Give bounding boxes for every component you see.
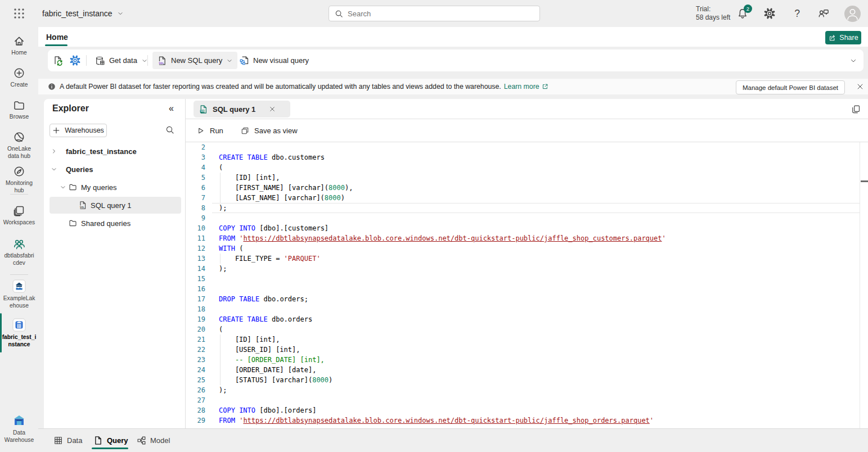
tab-close-icon[interactable] (269, 106, 276, 112)
warehouses-label: Warehouses (65, 126, 104, 134)
view-tab-model[interactable]: Model (137, 429, 170, 452)
line-number: 6 (186, 183, 205, 193)
tree-item-label: SQL query 1 (91, 201, 132, 210)
rail-item-workspaces[interactable]: Workspaces (0, 205, 38, 227)
manage-dataset-button[interactable]: Manage default Power BI dataset (736, 80, 845, 94)
tree-item-queries[interactable]: Queries (44, 160, 186, 178)
get-data-button[interactable]: Get data (91, 52, 152, 69)
ribbon-strip: Get data SQL New SQL query New visual qu… (38, 47, 868, 79)
new-visual-query-button[interactable]: New visual query (235, 52, 313, 69)
new-sql-query-button[interactable]: SQL New SQL query (152, 52, 237, 69)
run-label: Run (210, 126, 223, 135)
view-tab-data[interactable]: Data (53, 429, 82, 452)
rail-item-onelake-data-hub[interactable]: OneLakedata hub (0, 131, 38, 160)
line-number: 2 (186, 142, 205, 152)
tab-sql-query-1[interactable]: SQL SQL query 1 (194, 101, 290, 117)
notification-badge: 2 (744, 4, 752, 13)
chevron-down-icon (117, 10, 124, 17)
chevron-down-icon[interactable] (51, 166, 57, 173)
line-number: 26 (186, 385, 205, 395)
code-text (205, 213, 219, 223)
home-tab-underline (45, 44, 68, 46)
code-line-21: 21 [ID] [int], (186, 335, 868, 345)
tree-item-label: fabric_test_instance (66, 147, 137, 156)
people-icon (13, 238, 25, 250)
rail-item-fabric-test-instance[interactable]: fabric_test_instance (0, 318, 38, 348)
code-line-3: 3CREATE TABLE dbo.customers (186, 152, 868, 162)
tree-item-sql-query-1[interactable]: SQLSQL query 1 (44, 196, 186, 214)
current-line-highlight (212, 203, 860, 213)
refresh-query-icon[interactable] (53, 55, 64, 66)
banner-close-icon[interactable] (856, 83, 864, 91)
code-text: ); (205, 264, 227, 274)
warehouse-icon (12, 318, 26, 332)
svg-text:SQL: SQL (80, 206, 85, 209)
save-as-view-button[interactable]: Save as view (241, 119, 298, 142)
rail-item-label: Home (1, 49, 38, 57)
line-number: 4 (186, 162, 205, 173)
rail-item-label: DataWarehouse (1, 430, 38, 444)
svg-text:?: ? (794, 8, 800, 19)
rail-item-examplelakehouse[interactable]: ExampleLakehouse (0, 279, 38, 309)
code-line-16: 16 (186, 284, 868, 294)
view-tab-query[interactable]: Query (93, 429, 128, 452)
rail-divider (10, 274, 28, 275)
editor-scrollbar-track (860, 142, 860, 428)
workspace-title[interactable]: fabric_test_instance (42, 0, 124, 27)
tab-home[interactable]: Home (46, 27, 68, 47)
code-text: [STATUS] [varchar](8000) (205, 375, 332, 385)
tree-item-shared-queries[interactable]: Shared queries (44, 214, 186, 232)
save-as-view-label: Save as view (254, 126, 298, 135)
sql-code-editor[interactable]: 23CREATE TABLE dbo.customers4(5 [ID] [in… (186, 142, 868, 428)
avatar[interactable] (844, 6, 861, 22)
chevron-down-icon[interactable] (60, 184, 66, 191)
code-text: CREATE TABLE dbo.customers (205, 152, 325, 162)
app-launcher-icon[interactable] (14, 8, 25, 19)
search-box[interactable] (329, 6, 540, 21)
explorer-panel: Explorer « Warehouses fabric_test_instan… (44, 99, 186, 428)
code-line-26: 26); (186, 385, 868, 395)
ribbon-collapse-chevron-icon[interactable] (849, 57, 857, 65)
help-icon[interactable]: ? (791, 8, 803, 19)
onelake-icon (13, 131, 25, 143)
line-number: 17 (186, 294, 205, 304)
share-label: Share (839, 34, 858, 42)
share-button[interactable]: Share (825, 31, 861, 44)
learn-more-link[interactable]: Learn more (504, 83, 539, 91)
rail-item-label: Monitoringhub (1, 180, 38, 194)
feedback-icon[interactable] (818, 8, 829, 19)
rail-item-label: dbtlabsfabricdev (1, 252, 38, 266)
tree-item-fabric-test-instance[interactable]: fabric_test_instance (44, 142, 186, 160)
line-number: 16 (186, 284, 205, 294)
line-number: 20 (186, 324, 205, 335)
trial-label: Trial: (696, 5, 730, 13)
rail-item-dbtlabsfabricdev[interactable]: dbtlabsfabricdev (0, 238, 38, 266)
home-icon (13, 35, 25, 47)
chevron-right-icon[interactable] (51, 148, 57, 155)
model-icon (137, 436, 146, 445)
collapse-panel-icon[interactable]: « (169, 103, 174, 114)
copy-icon[interactable] (851, 105, 861, 114)
save-as-view-icon (241, 126, 249, 135)
rail-item-browse[interactable]: Browse (0, 99, 38, 121)
lakehouse-icon (12, 279, 26, 293)
rail-item-data-warehouse[interactable]: DataWarehouse (0, 414, 38, 444)
code-line-24: 24 [ORDER_DATE] [date], (186, 365, 868, 375)
warehouse-settings-icon[interactable] (70, 55, 80, 66)
tree-item-my-queries[interactable]: My queries (44, 178, 186, 196)
search-input[interactable] (348, 10, 516, 18)
svg-text:SQL: SQL (159, 61, 164, 64)
explorer-search-icon[interactable] (165, 125, 174, 134)
settings-gear-icon[interactable] (764, 8, 775, 19)
rail-item-create[interactable]: Create (0, 67, 38, 89)
add-warehouses-button[interactable]: Warehouses (50, 124, 107, 137)
run-button[interactable]: Run (196, 119, 223, 142)
tree-item-label: Shared queries (81, 219, 131, 228)
line-number: 18 (186, 304, 205, 314)
line-number: 15 (186, 274, 205, 284)
new-visual-query-label: New visual query (253, 56, 309, 65)
workspace-card: Explorer « Warehouses fabric_test_instan… (44, 99, 868, 428)
rail-item-monitoring-hub[interactable]: Monitoringhub (0, 165, 38, 194)
rail-item-home[interactable]: Home (0, 35, 38, 57)
external-link-icon[interactable] (542, 83, 548, 90)
